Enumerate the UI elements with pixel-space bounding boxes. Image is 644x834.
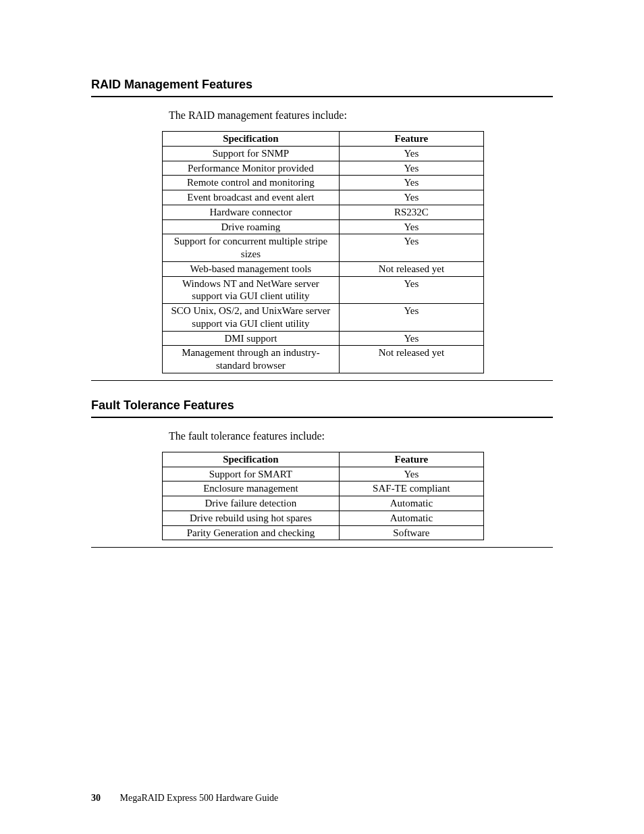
table-row: Support for SMART Yes (163, 467, 484, 481)
section-heading-raid: RAID Management Features (91, 78, 553, 92)
cell-feat: Yes (339, 331, 483, 346)
table-row: Management through an industry-standard … (163, 346, 484, 373)
table-row: Hardware connector RS232C (163, 205, 484, 219)
page-content: RAID Management Features The RAID manage… (0, 0, 644, 548)
cell-feat: Yes (339, 219, 483, 234)
cell-spec: DMI support (163, 331, 340, 346)
cell-spec: Remote control and monitoring (163, 176, 340, 190)
cell-feat: Not released yet (339, 346, 483, 373)
table-row: Drive roaming Yes (163, 219, 484, 234)
cell-feat: Automatic (339, 496, 483, 511)
intro-text-raid: The RAID management features include: (169, 109, 553, 122)
section-fault: Fault Tolerance Features The fault toler… (91, 398, 553, 548)
table-header-row: Specification Feature (163, 452, 484, 467)
cell-spec: Support for SMART (163, 467, 340, 481)
cell-feat: RS232C (339, 205, 483, 219)
cell-feat: Not released yet (339, 261, 483, 276)
section-heading-fault: Fault Tolerance Features (91, 398, 553, 413)
section-raid: RAID Management Features The RAID manage… (91, 78, 553, 381)
cell-spec: SCO Unix, OS/2, and UnixWare server supp… (163, 304, 340, 332)
table-row: Windows NT and NetWare server support vi… (163, 276, 484, 304)
cell-spec: Management through an industry-standard … (163, 346, 340, 373)
cell-spec: Support for SNMP (163, 146, 340, 161)
cell-feat: Yes (339, 146, 483, 161)
table-row: Event broadcast and event alert Yes (163, 190, 484, 205)
section-bottom-rule (91, 380, 553, 381)
intro-text-fault: The fault tolerance features include: (169, 430, 553, 442)
cell-feat: SAF-TE compliant (339, 481, 483, 496)
cell-spec: Drive failure detection (163, 496, 340, 511)
cell-spec: Windows NT and NetWare server support vi… (163, 276, 340, 304)
doc-title: MegaRAID Express 500 Hardware Guide (120, 793, 279, 803)
cell-feat: Software (339, 525, 483, 540)
cell-feat: Yes (339, 234, 483, 262)
table-row: DMI support Yes (163, 331, 484, 346)
table-row: Enclosure management SAF-TE compliant (163, 481, 484, 496)
table-row: Drive failure detection Automatic (163, 496, 484, 511)
cell-feat: Yes (339, 467, 483, 481)
table-row: Support for concurrent multiple stripe s… (163, 234, 484, 262)
table-header-feat: Feature (339, 452, 483, 467)
table-row: Parity Generation and checking Software (163, 525, 484, 540)
cell-spec: Support for concurrent multiple stripe s… (163, 234, 340, 262)
table-row: Performance Monitor provided Yes (163, 161, 484, 176)
cell-spec: Web-based management tools (163, 261, 340, 276)
table-header-row: Specification Feature (163, 132, 484, 147)
heading-rule (91, 96, 553, 97)
section-bottom-rule (91, 547, 553, 548)
cell-feat: Yes (339, 161, 483, 176)
table-header-spec: Specification (163, 452, 340, 467)
table-row: Remote control and monitoring Yes (163, 176, 484, 190)
cell-feat: Automatic (339, 511, 483, 525)
cell-spec: Hardware connector (163, 205, 340, 219)
cell-spec: Performance Monitor provided (163, 161, 340, 176)
cell-spec: Parity Generation and checking (163, 525, 340, 540)
table-row: SCO Unix, OS/2, and UnixWare server supp… (163, 304, 484, 332)
table-header-feat: Feature (339, 132, 483, 147)
cell-spec: Drive rebuild using hot spares (163, 511, 340, 525)
cell-feat: Yes (339, 176, 483, 190)
cell-feat: Yes (339, 190, 483, 205)
table-row: Drive rebuild using hot spares Automatic (163, 511, 484, 525)
cell-feat: Yes (339, 304, 483, 332)
table-header-spec: Specification (163, 132, 340, 147)
table-row: Web-based management tools Not released … (163, 261, 484, 276)
page-footer: 30 MegaRAID Express 500 Hardware Guide (91, 793, 278, 804)
cell-spec: Enclosure management (163, 481, 340, 496)
fault-table: Specification Feature Support for SMART … (162, 452, 484, 541)
table-row: Support for SNMP Yes (163, 146, 484, 161)
heading-rule (91, 417, 553, 418)
cell-feat: Yes (339, 276, 483, 304)
cell-spec: Event broadcast and event alert (163, 190, 340, 205)
raid-table: Specification Feature Support for SNMP Y… (162, 131, 484, 373)
page-number: 30 (91, 793, 101, 803)
cell-spec: Drive roaming (163, 219, 340, 234)
